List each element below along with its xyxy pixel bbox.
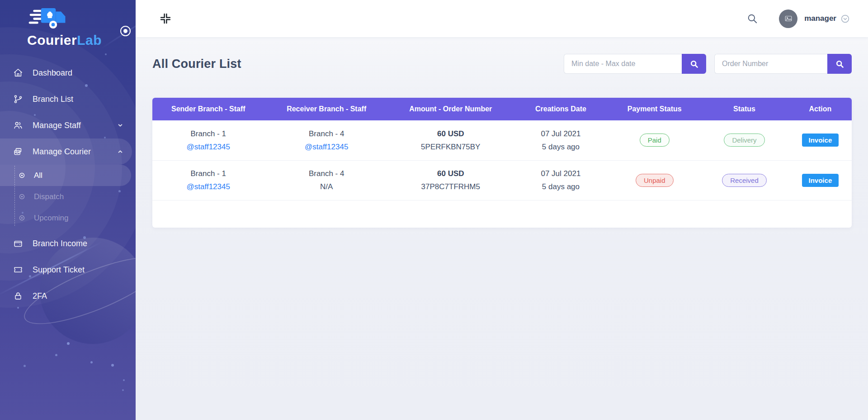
order-number: 5PERFKBN75BY — [389, 140, 513, 153]
chevron-up-icon — [117, 148, 124, 155]
creation-date: 07 Jul 2021 — [513, 167, 609, 180]
sidebar-item-branch-income[interactable]: Branch Income — [0, 230, 136, 257]
order-filter-group — [714, 54, 852, 74]
sidebar-item-label: Branch Income — [33, 239, 87, 248]
submenu-item-upcoming[interactable]: Upcoming — [0, 207, 136, 229]
avatar[interactable] — [779, 10, 797, 28]
creation-date: 07 Jul 2021 — [513, 127, 609, 140]
compress-icon — [159, 12, 172, 25]
branch-icon — [13, 94, 23, 104]
chevron-down-icon — [117, 122, 124, 129]
circle-dot-icon — [18, 172, 26, 179]
order-number-input[interactable] — [714, 54, 827, 74]
sidebar-item-support-ticket[interactable]: Support Ticket — [0, 257, 136, 283]
invoice-button[interactable]: Invoice — [802, 174, 839, 187]
sidebar-item-label: Dashboard — [33, 68, 72, 78]
table-empty-space — [152, 200, 852, 228]
filters — [564, 54, 852, 74]
col-amount: Amount - Order Number — [389, 98, 513, 120]
image-placeholder-icon — [784, 14, 793, 23]
sidebar-item-label: Branch List — [33, 95, 73, 104]
wallet-icon — [13, 239, 23, 248]
table-header-row: Sender Branch - Staff Receiver Branch - … — [152, 98, 852, 120]
user-menu[interactable]: manager — [804, 14, 836, 23]
col-payment: Payment Status — [609, 98, 700, 120]
search-icon — [835, 59, 844, 69]
payment-status-badge: Unpaid — [636, 174, 674, 187]
payment-status-badge: Paid — [640, 134, 670, 147]
sender-branch: Branch - 1 — [152, 167, 264, 180]
order-number: 37P8C7TFRHM5 — [389, 180, 513, 193]
sidebar-item-manage-staff[interactable]: Manage Staff — [0, 112, 136, 138]
submenu-item-label: Dispatch — [34, 192, 64, 201]
amount: 60 USD — [389, 167, 513, 180]
table-row: Branch - 1 @staff12345 Branch - 4 @staff… — [152, 120, 852, 160]
courier-table: Sender Branch - Staff Receiver Branch - … — [152, 98, 852, 200]
status-badge: Received — [722, 174, 767, 187]
sidebar-collapse-toggle[interactable] — [120, 26, 131, 36]
ticket-icon — [13, 265, 23, 275]
date-filter-group — [564, 54, 706, 74]
main-content: All Courier List — [136, 37, 868, 420]
compress-layout-button[interactable] — [159, 12, 172, 25]
submenu-item-label: Upcoming — [34, 214, 69, 223]
col-date: Creations Date — [513, 98, 609, 120]
manage-courier-submenu: All Dispatch Upcoming — [0, 165, 136, 229]
top-header: manager — [136, 0, 868, 37]
sender-branch: Branch - 1 — [152, 127, 264, 140]
invoice-button[interactable]: Invoice — [802, 134, 839, 147]
date-search-button[interactable] — [682, 54, 706, 74]
receiver-branch: Branch - 4 — [264, 127, 389, 140]
lock-icon — [13, 291, 23, 301]
courier-icon — [13, 147, 23, 157]
chevron-down-circle-icon[interactable] — [840, 14, 850, 24]
col-action: Action — [789, 98, 852, 120]
courier-table-card: Sender Branch - Staff Receiver Branch - … — [152, 98, 852, 228]
sidebar-item-label: Manage Courier — [33, 147, 91, 157]
sender-staff-link[interactable]: @staff12345 — [187, 143, 230, 151]
col-receiver: Receiver Branch - Staff — [264, 98, 389, 120]
submenu-item-dispatch[interactable]: Dispatch — [0, 186, 136, 207]
page-title: All Courier List — [152, 57, 241, 71]
status-badge: Delivery — [724, 134, 764, 147]
staff-icon — [13, 120, 23, 130]
search-icon — [689, 59, 699, 69]
brand-name: CourierLab — [27, 33, 136, 48]
sidebar: CourierLab Dashboard Branch List Manage … — [0, 0, 136, 420]
sidebar-item-label: 2FA — [33, 291, 47, 301]
sender-staff-link[interactable]: @staff12345 — [187, 182, 230, 191]
brand-logo[interactable]: CourierLab — [0, 0, 136, 48]
circle-dot-icon — [18, 214, 26, 222]
col-status: Status — [700, 98, 788, 120]
receiver-staff-link[interactable]: @staff12345 — [305, 143, 348, 151]
date-range-input[interactable] — [564, 54, 682, 74]
sidebar-nav: Dashboard Branch List Manage Staff — [0, 60, 136, 309]
submenu-item-label: All — [34, 171, 42, 180]
home-icon — [13, 68, 23, 78]
submenu-item-all[interactable]: All — [0, 165, 131, 186]
receiver-staff: N/A — [264, 180, 389, 193]
receiver-branch: Branch - 4 — [264, 167, 389, 180]
sidebar-item-label: Support Ticket — [33, 265, 85, 275]
creation-date-relative: 5 days ago — [513, 180, 609, 193]
search-icon[interactable] — [746, 13, 758, 24]
truck-icon — [27, 7, 69, 30]
creation-date-relative: 5 days ago — [513, 140, 609, 153]
amount: 60 USD — [389, 127, 513, 140]
sidebar-item-manage-courier[interactable]: Manage Courier — [0, 138, 132, 165]
sidebar-item-branch-list[interactable]: Branch List — [0, 86, 136, 112]
sidebar-item-2fa[interactable]: 2FA — [0, 283, 136, 309]
sidebar-item-dashboard[interactable]: Dashboard — [0, 60, 136, 86]
sidebar-item-label: Manage Staff — [33, 121, 81, 130]
table-row: Branch - 1 @staff12345 Branch - 4 N/A 60… — [152, 160, 852, 200]
order-search-button[interactable] — [827, 54, 852, 74]
circle-dot-icon — [18, 193, 26, 200]
col-sender: Sender Branch - Staff — [152, 98, 264, 120]
